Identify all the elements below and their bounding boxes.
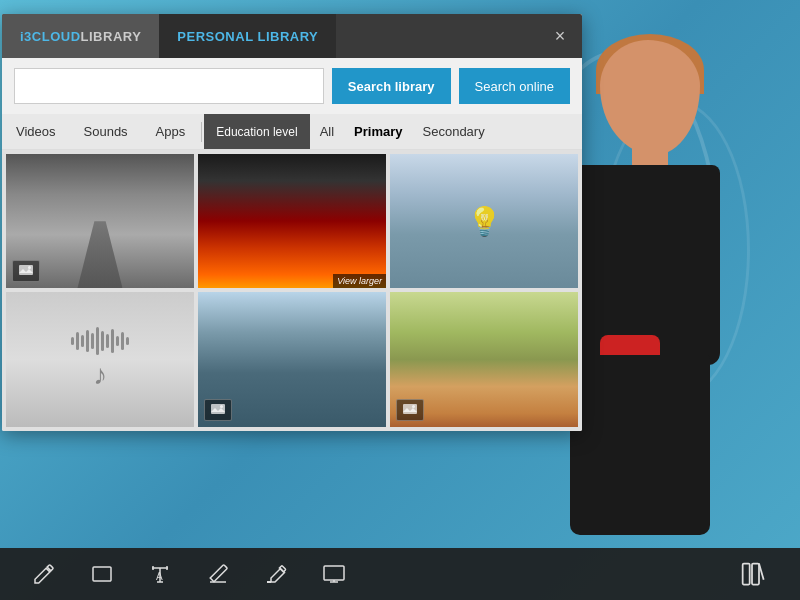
item-1-placeholder bbox=[12, 260, 40, 282]
svg-rect-19 bbox=[752, 564, 759, 585]
item-5-placeholder bbox=[204, 399, 232, 421]
svg-rect-4 bbox=[403, 404, 417, 414]
item-2-badge: View larger bbox=[333, 274, 386, 288]
main-toolbar: A bbox=[0, 548, 800, 600]
screen-tool[interactable] bbox=[320, 560, 348, 588]
tab-cloud-label-rest: LIBRARY bbox=[81, 29, 142, 44]
grid-item-1[interactable] bbox=[6, 154, 194, 288]
tab-cloud-library[interactable]: i3CLOUD LIBRARY bbox=[2, 14, 159, 58]
education-level-button[interactable]: Education level bbox=[204, 114, 309, 149]
svg-rect-0 bbox=[19, 265, 33, 275]
pen-tool[interactable] bbox=[30, 560, 58, 588]
svg-rect-18 bbox=[743, 564, 750, 585]
eraser-tool[interactable] bbox=[204, 560, 232, 588]
svg-rect-2 bbox=[211, 404, 225, 414]
svg-point-3 bbox=[220, 405, 223, 408]
music-icon: ♪ bbox=[93, 359, 107, 391]
level-all[interactable]: All bbox=[310, 114, 344, 149]
library-modal: i3CLOUD LIBRARY PERSONAL LIBRARY × Searc… bbox=[2, 14, 582, 431]
grid-item-6[interactable] bbox=[390, 292, 578, 426]
filter-tab-sounds[interactable]: Sounds bbox=[70, 114, 142, 149]
divider bbox=[201, 122, 202, 142]
svg-rect-6 bbox=[93, 567, 111, 581]
library-tool[interactable] bbox=[734, 556, 770, 592]
filter-tab-apps[interactable]: Apps bbox=[142, 114, 200, 149]
toolbar-right bbox=[734, 556, 770, 592]
modal-header: i3CLOUD LIBRARY PERSONAL LIBRARY × bbox=[2, 14, 582, 58]
level-secondary[interactable]: Secondary bbox=[413, 114, 495, 149]
waveform bbox=[71, 327, 129, 355]
modal-close-button[interactable]: × bbox=[538, 14, 582, 58]
search-area: Search library Search online bbox=[2, 58, 582, 114]
search-library-button[interactable]: Search library bbox=[332, 68, 451, 104]
svg-rect-15 bbox=[324, 566, 344, 580]
rectangle-tool[interactable] bbox=[88, 560, 116, 588]
search-input[interactable] bbox=[14, 68, 324, 104]
filter-tab-videos[interactable]: Videos bbox=[2, 114, 70, 149]
grid-item-5[interactable] bbox=[198, 292, 386, 426]
text-tool[interactable]: A bbox=[146, 560, 174, 588]
svg-point-1 bbox=[28, 266, 31, 269]
tab-personal-library[interactable]: PERSONAL LIBRARY bbox=[159, 14, 336, 58]
brand-text: i3CLOUD bbox=[20, 29, 81, 44]
grid-item-2[interactable]: View larger bbox=[198, 154, 386, 288]
item-6-placeholder bbox=[396, 399, 424, 421]
filter-tabs-bar: Videos Sounds Apps Education level All P… bbox=[2, 114, 582, 150]
svg-text:A: A bbox=[156, 571, 163, 582]
svg-point-5 bbox=[412, 405, 415, 408]
grid-item-4[interactable]: ♪ bbox=[6, 292, 194, 426]
media-grid: View larger ♪ bbox=[2, 150, 582, 431]
toolbar-tools: A bbox=[30, 560, 348, 588]
tab-personal-label: PERSONAL LIBRARY bbox=[177, 29, 318, 44]
highlighter-tool[interactable] bbox=[262, 560, 290, 588]
search-online-button[interactable]: Search online bbox=[459, 68, 571, 104]
level-primary[interactable]: Primary bbox=[344, 114, 412, 149]
bg-decoration-2 bbox=[600, 100, 750, 400]
grid-item-3[interactable] bbox=[390, 154, 578, 288]
